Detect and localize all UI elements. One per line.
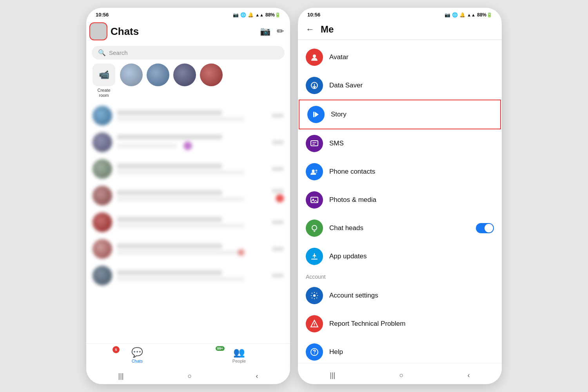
nav-people[interactable]: 👥 99+ People bbox=[188, 347, 290, 363]
chat-time bbox=[272, 247, 284, 251]
menu-item-report[interactable]: Report Technical Problem bbox=[298, 310, 502, 338]
status-time-left: 10:56 bbox=[96, 12, 109, 18]
phone-contacts-icon bbox=[306, 163, 323, 180]
chat-message bbox=[117, 197, 245, 201]
chat-meta bbox=[272, 274, 284, 278]
user-avatar[interactable] bbox=[89, 22, 107, 40]
avatar-label: Avatar bbox=[329, 53, 494, 61]
home-gesture[interactable]: ○ bbox=[188, 372, 192, 380]
chat-info bbox=[117, 110, 267, 121]
menu-gesture-right[interactable]: ||| bbox=[330, 371, 336, 379]
table-row[interactable] bbox=[89, 129, 287, 155]
app-updates-icon bbox=[306, 248, 323, 265]
page-title-right: Me bbox=[321, 24, 334, 35]
back-gesture[interactable]: ‹ bbox=[256, 372, 258, 380]
avatar bbox=[93, 186, 112, 205]
chat-heads-toggle[interactable] bbox=[476, 223, 494, 233]
story-avatar-3[interactable] bbox=[173, 64, 196, 86]
back-button[interactable]: ← bbox=[306, 24, 314, 34]
menu-item-sms[interactable]: SMS bbox=[298, 129, 502, 158]
chat-info bbox=[117, 134, 267, 150]
table-row[interactable] bbox=[89, 209, 287, 235]
svg-rect-4 bbox=[311, 141, 318, 146]
menu-item-phone-contacts[interactable]: Phone contacts bbox=[298, 158, 502, 186]
toggle-knob bbox=[485, 224, 493, 232]
bottom-nav-left: 💬 5 Chats 👥 99+ People bbox=[86, 343, 290, 370]
left-phone: 10:56 📷 🌐 🔔 ▲▲ 88%🔋 Chats 📷 ✏ 🔍 Search 📹… bbox=[86, 8, 290, 384]
chat-heads-icon bbox=[306, 220, 323, 237]
svg-point-11 bbox=[313, 294, 316, 297]
svg-rect-3 bbox=[313, 112, 314, 117]
photos-media-label: Photos & media bbox=[329, 196, 494, 204]
menu-item-account-settings[interactable]: Account settings bbox=[298, 281, 502, 310]
table-row[interactable] bbox=[89, 236, 287, 262]
chat-time bbox=[272, 274, 284, 278]
table-row[interactable] bbox=[89, 263, 287, 289]
chat-message bbox=[117, 171, 245, 174]
header-actions: 📷 ✏ bbox=[260, 26, 284, 36]
story-avatar-4[interactable] bbox=[200, 64, 223, 86]
chat-name bbox=[117, 163, 222, 169]
compose-icon[interactable]: ✏ bbox=[277, 26, 284, 36]
data-saver-label: Data Saver bbox=[329, 82, 494, 89]
table-row[interactable] bbox=[89, 103, 287, 129]
chat-info bbox=[117, 217, 267, 228]
search-icon: 🔍 bbox=[98, 49, 106, 56]
nav-chats[interactable]: 💬 5 Chats bbox=[86, 347, 188, 363]
create-room-icon: 📹 bbox=[93, 64, 115, 86]
svg-point-5 bbox=[312, 170, 315, 172]
help-label: Help bbox=[329, 348, 494, 356]
chat-time bbox=[272, 140, 284, 144]
search-input[interactable]: Search bbox=[109, 49, 128, 56]
status-bar-right: 10:56 📷 🌐 🔔 ▲▲ 88%🔋 bbox=[298, 8, 502, 19]
create-room-button[interactable]: 📹 Createroom bbox=[92, 64, 116, 98]
status-icons-right: 📷 🌐 🔔 ▲▲ 88%🔋 bbox=[445, 12, 492, 18]
menu-gesture[interactable]: ||| bbox=[118, 372, 124, 380]
svg-point-9 bbox=[312, 225, 317, 230]
phone-contacts-label: Phone contacts bbox=[329, 168, 494, 176]
chat-message bbox=[117, 224, 245, 228]
story-avatar-1[interactable] bbox=[120, 64, 143, 86]
table-row[interactable]: 3 bbox=[89, 183, 287, 209]
svg-point-15 bbox=[314, 354, 315, 354]
chats-badge: 5 bbox=[113, 346, 120, 353]
sms-icon bbox=[306, 135, 323, 152]
chat-meta bbox=[272, 140, 284, 144]
page-title-left: Chats bbox=[111, 25, 257, 38]
menu-item-app-updates[interactable]: App updates bbox=[298, 242, 502, 270]
menu-list: Avatar Data Saver Story SMS Phone contac bbox=[298, 40, 502, 363]
menu-item-story[interactable]: Story bbox=[299, 100, 501, 129]
back-gesture-right[interactable]: ‹ bbox=[467, 371, 470, 379]
camera-icon[interactable]: 📷 bbox=[260, 26, 270, 36]
me-header: ← Me bbox=[298, 19, 502, 40]
chat-time bbox=[272, 114, 284, 118]
chat-info bbox=[117, 243, 267, 254]
chat-name bbox=[117, 243, 222, 249]
menu-item-data-saver[interactable]: Data Saver bbox=[298, 71, 502, 100]
nav-chats-label: Chats bbox=[132, 359, 143, 363]
menu-item-help[interactable]: Help bbox=[298, 338, 502, 363]
home-gesture-right[interactable]: ○ bbox=[399, 371, 404, 379]
menu-item-chat-heads[interactable]: Chat heads bbox=[298, 214, 502, 242]
account-section-label: Account bbox=[298, 270, 502, 281]
chat-heads-label: Chat heads bbox=[329, 224, 470, 232]
chat-meta: 3 bbox=[272, 189, 284, 202]
nav-people-label: People bbox=[232, 359, 246, 363]
people-icon: 👥 bbox=[233, 347, 245, 358]
search-bar[interactable]: 🔍 Search bbox=[92, 46, 285, 60]
chat-info bbox=[117, 190, 267, 201]
create-room-label: Createroom bbox=[97, 88, 110, 98]
menu-item-photos-media[interactable]: Photos & media bbox=[298, 186, 502, 214]
svg-point-0 bbox=[313, 54, 316, 58]
chat-info bbox=[117, 270, 267, 281]
chat-time bbox=[272, 220, 284, 224]
help-icon bbox=[306, 343, 323, 361]
table-row[interactable] bbox=[89, 156, 287, 182]
chat-message bbox=[117, 144, 177, 148]
chat-name bbox=[117, 270, 222, 275]
story-label: Story bbox=[331, 111, 492, 118]
svg-marker-2 bbox=[315, 112, 319, 117]
story-avatar-2[interactable] bbox=[147, 64, 169, 86]
avatar bbox=[93, 266, 112, 285]
menu-item-avatar[interactable]: Avatar bbox=[298, 43, 502, 71]
